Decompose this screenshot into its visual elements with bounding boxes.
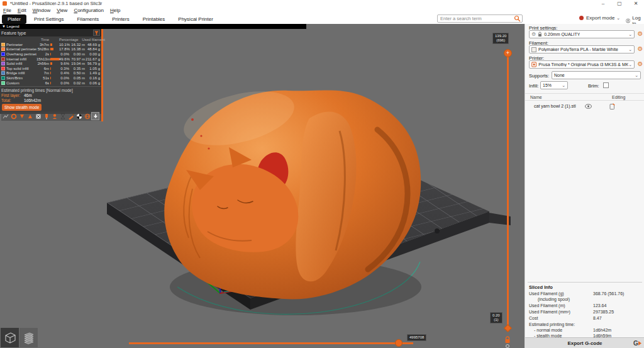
legend-column-headers: Time Percentage Used filament bbox=[0, 36, 101, 42]
edit-object-icon[interactable] bbox=[609, 103, 615, 109]
filament-combo[interactable]: Polymaker PolyTerra PLA - Marble White ⌄ bbox=[529, 45, 635, 53]
toggle-travels-icon[interactable] bbox=[1, 112, 9, 120]
brim-label: Brim: bbox=[588, 83, 599, 89]
chevron-down-icon: ⌄ bbox=[616, 16, 620, 21]
object-list-header: Name Editing bbox=[525, 93, 644, 101]
tab-bar: Plater Print Settings Filaments Printers… bbox=[0, 14, 644, 24]
total-time-value: 1d6h42m bbox=[24, 98, 41, 103]
menu-file[interactable]: File bbox=[0, 8, 14, 13]
chevron-down-icon: ⌄ bbox=[628, 47, 632, 52]
search-box[interactable] bbox=[437, 14, 523, 23]
tab-print-settings[interactable]: Print Settings bbox=[28, 14, 70, 24]
toggle-seams-icon[interactable] bbox=[34, 112, 42, 120]
menu-configuration[interactable]: Configuration bbox=[70, 8, 107, 13]
printer-combo[interactable]: Prusa Timothy * Original Prusa i3 MK3S &… bbox=[529, 60, 635, 69]
preview-toggles-toolbar bbox=[1, 111, 101, 121]
print-settings-edit-gear[interactable]: ⚙ bbox=[636, 30, 644, 38]
export-gcode-button[interactable]: Export G-code G bbox=[525, 337, 644, 348]
supports-combo[interactable]: None ⌄ bbox=[552, 71, 641, 79]
show-stealth-mode-button[interactable]: Show stealth mode bbox=[2, 104, 42, 111]
slider-end-dot bbox=[506, 344, 509, 348]
feature-color-swatch bbox=[1, 47, 5, 51]
minimize-button[interactable]: – bbox=[595, 1, 611, 6]
moves-slider-tooltip: 4995708 bbox=[407, 334, 426, 341]
legend-row-skirt-brim: Skirt/Brim51s 0.0%0.05 m0.16 g bbox=[0, 76, 101, 81]
export-mode-selector[interactable]: Export mode ⌄ bbox=[579, 15, 620, 21]
print-settings-combo[interactable]: ⚙ 0.20mm QUALITY ⌄ bbox=[529, 30, 635, 38]
layer-slider-track[interactable] bbox=[507, 50, 509, 332]
toggle-color-changes-icon[interactable] bbox=[50, 112, 58, 120]
prusaslicer-window: *Untitled - PrusaSlicer-2.9.1 based on S… bbox=[0, 0, 644, 348]
3d-viewport[interactable]: A i3 MK3 by Josef Prusa bbox=[0, 24, 525, 348]
toggle-deretractions-icon[interactable] bbox=[26, 112, 34, 120]
sliced-layers-icon bbox=[22, 331, 36, 345]
menu-help[interactable]: Help bbox=[107, 8, 123, 13]
profile-gear-icon: ⚙ bbox=[531, 31, 536, 37]
collapse-legend-icon[interactable] bbox=[91, 112, 99, 120]
legend-row-top-solid-infill: Top solid infill6m 0.3%0.35 m1.05 g bbox=[0, 66, 101, 71]
gcode-send-icon[interactable]: G bbox=[633, 339, 642, 347]
menu-bar: File Edit Window View Configuration Help bbox=[0, 7, 644, 14]
toggle-custom-gcodes-icon[interactable] bbox=[67, 112, 75, 120]
layer-slider-top-handle[interactable]: + bbox=[504, 49, 512, 57]
close-button[interactable]: ✕ bbox=[628, 1, 644, 6]
layer-slider-bottom-tooltip: 0.20(1) bbox=[490, 312, 502, 323]
legend-collapse-header[interactable]: ▼ Legend bbox=[0, 24, 306, 29]
toggle-retractions-icon[interactable] bbox=[18, 112, 26, 120]
toggle-tool-changes-icon[interactable] bbox=[42, 112, 50, 120]
feature-color-swatch bbox=[1, 81, 5, 85]
sliced-info-row: Cost8.47 bbox=[529, 316, 641, 320]
printer-edit-gear[interactable]: ⚙ bbox=[636, 60, 644, 68]
feature-color-swatch bbox=[1, 57, 5, 61]
menu-view[interactable]: View bbox=[53, 8, 70, 13]
filament-color-swatch bbox=[531, 47, 536, 52]
right-sidebar: Print settings: ⚙ 0.20mm QUALITY ⌄ ⚙ Fil… bbox=[525, 24, 644, 348]
visibility-eye-icon[interactable] bbox=[585, 104, 592, 109]
infill-combo[interactable]: 15% ⌄ bbox=[540, 81, 568, 89]
menu-window[interactable]: Window bbox=[30, 8, 53, 13]
sliced-info-row: Used Filament (mm³)297385.25 bbox=[529, 310, 641, 314]
model-cat-yarn-bowl[interactable] bbox=[164, 81, 421, 315]
maximize-button[interactable]: ▢ bbox=[611, 1, 628, 6]
search-input[interactable] bbox=[438, 16, 514, 21]
toggle-shells-icon[interactable] bbox=[83, 112, 91, 120]
toggle-pause-prints-icon[interactable] bbox=[58, 112, 67, 120]
tab-filaments[interactable]: Filaments bbox=[71, 14, 104, 24]
sliced-info-divider bbox=[528, 282, 642, 283]
feature-color-swatch bbox=[1, 43, 5, 47]
sliced-info-row: (including spool) bbox=[529, 297, 641, 301]
editing-column-header: Editing bbox=[612, 95, 625, 99]
preview-view-button[interactable] bbox=[19, 328, 38, 347]
feature-color-swatch bbox=[1, 67, 5, 70]
tab-printables[interactable]: Printables bbox=[137, 14, 171, 24]
total-time-label: Total: bbox=[1, 98, 24, 103]
legend-row-custom: Custom6s 0.0%0.02 m0.06 g bbox=[0, 81, 101, 86]
toggle-center-of-gravity-icon[interactable] bbox=[75, 112, 83, 120]
brim-checkbox[interactable] bbox=[603, 82, 609, 88]
chevron-down-icon: ⌄ bbox=[628, 62, 632, 67]
filter-funnel-icon[interactable] bbox=[93, 30, 100, 36]
toggle-wipe-icon[interactable] bbox=[9, 112, 18, 120]
tab-plater[interactable]: Plater bbox=[2, 14, 26, 24]
sliced-info-row: Used Filament (m)123.64 bbox=[529, 303, 641, 308]
times-title: Estimated printing times [Normal mode] bbox=[1, 88, 100, 93]
infill-label: Infill: bbox=[529, 83, 538, 89]
lock-icon bbox=[538, 31, 542, 37]
legend-row-solid-infill: Solid infill2h56m 9.6%19.04 m56.79 g bbox=[0, 61, 101, 66]
filament-edit-gear[interactable]: ⚙ bbox=[636, 45, 644, 53]
menu-edit[interactable]: Edit bbox=[14, 8, 30, 13]
legend-accent-bar bbox=[101, 29, 103, 121]
legend-row-external-perimeter: External perimeter5h28m 17.8%16.38 m48.8… bbox=[0, 47, 101, 52]
printer-icon bbox=[531, 62, 536, 67]
tab-printers[interactable]: Printers bbox=[106, 14, 135, 24]
tab-physical-printer[interactable]: Physical Printer bbox=[172, 14, 219, 24]
feature-color-swatch bbox=[1, 62, 5, 65]
editor-view-button[interactable] bbox=[1, 328, 19, 347]
view-type-dropdown[interactable]: Feature type bbox=[0, 29, 101, 36]
user-icon bbox=[626, 18, 630, 24]
moves-slider-handle[interactable] bbox=[395, 339, 402, 347]
moves-slider-track[interactable] bbox=[129, 342, 413, 344]
legend-row-bridge-infill: Bridge infill7m 0.4%0.50 m1.49 g bbox=[0, 71, 101, 76]
object-list-row[interactable]: cat yarn bowl 2 (1).stl bbox=[525, 102, 644, 110]
sliced-info-row: - normal mode1d6h42m bbox=[529, 328, 641, 332]
